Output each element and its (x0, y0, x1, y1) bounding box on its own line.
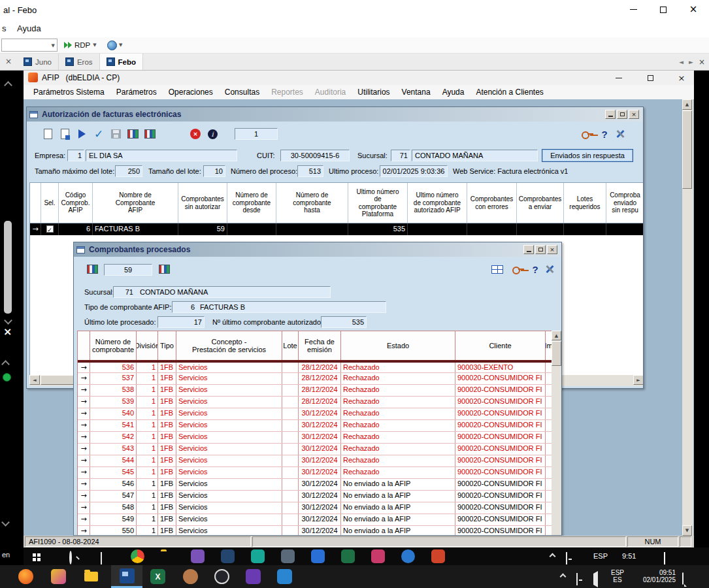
close-button[interactable]: × (547, 245, 557, 254)
scrollbar-thumb[interactable] (682, 110, 692, 189)
help-button[interactable]: ? (597, 127, 612, 141)
table-row[interactable]: →54911FBServicios30/12/2024No enviado a … (78, 514, 552, 526)
pen-app-icon[interactable] (277, 569, 292, 584)
empresa-name-field[interactable]: EL DIA SA (86, 150, 237, 161)
outer-close-button[interactable]: × (682, 0, 704, 19)
firefox-icon[interactable] (18, 569, 33, 584)
table-row[interactable]: →54611FBServicios30/12/2024No enviado a … (78, 479, 552, 491)
window-titlebar[interactable]: Autorización de facturas electrónicas × (27, 107, 643, 122)
sel-checkbox-cell[interactable]: ✓ (41, 223, 59, 235)
info-button[interactable]: i (205, 127, 220, 141)
chevron-down-icon[interactable] (4, 316, 12, 325)
table-row[interactable]: →53611FBServicios28/12/2024Rechazado9000… (78, 361, 552, 373)
scroll-up-button[interactable]: ▲ (552, 331, 561, 340)
scroll-left-button[interactable]: ◄ (29, 375, 40, 385)
menu-item-utilitarios[interactable]: Utilitarios (352, 85, 395, 99)
process-count-field[interactable]: 1 (235, 128, 278, 140)
table-row[interactable]: →54211FBServicios30/12/2024Rechazado9000… (78, 432, 552, 444)
table-row[interactable]: →54511FBServicios30/12/2024Rechazado9000… (78, 467, 552, 479)
file-explorer-button[interactable] (84, 569, 99, 584)
selected-row[interactable]: → ✓ 6 FACTURAS B 59 535 (30, 223, 644, 235)
enviados-sin-respuesta-button[interactable]: Enviados sin respuesta (542, 149, 633, 162)
table-row[interactable]: →53711FBServicios28/12/2024Rechazado9000… (78, 373, 552, 385)
menu-item-consultas[interactable]: Consultas (219, 85, 265, 99)
clock[interactable]: 9:51 (622, 552, 636, 560)
language-indicator[interactable]: ESP ES (608, 569, 627, 583)
confirm-button[interactable]: ✓ (91, 127, 107, 141)
task-view-button[interactable] (101, 553, 102, 564)
minimize-button[interactable] (523, 245, 534, 254)
hidden-icons-chevron[interactable] (550, 553, 556, 560)
chevron-up-icon[interactable] (1, 360, 10, 368)
app-icon-purple[interactable] (246, 569, 261, 584)
minimize-button[interactable] (605, 110, 616, 119)
run-button[interactable] (74, 127, 90, 141)
scroll-up-button[interactable]: ▲ (682, 99, 692, 110)
columns-button[interactable] (125, 127, 140, 141)
menu-item-auditoria[interactable]: Auditoria (309, 85, 352, 99)
cuit-field[interactable]: 30-50009415-6 (280, 150, 350, 161)
tab-febo[interactable]: Febo (100, 54, 143, 70)
obs-icon[interactable] (214, 569, 229, 584)
table-button[interactable] (489, 262, 505, 276)
menu-item-atenci-n-a-clientes[interactable]: Atención a Clientes (470, 85, 549, 99)
properties-button[interactable] (57, 127, 73, 141)
client-vertical-scrollbar[interactable]: ▲ ▼ (682, 99, 693, 536)
table-row[interactable]: →53811FBServicios28/12/2024Rechazado9000… (78, 385, 552, 397)
export-button[interactable] (142, 127, 157, 141)
table-row[interactable]: →53911FBServicios28/12/2024Rechazado9000… (78, 397, 552, 408)
tools-button[interactable] (612, 127, 628, 141)
excel-icon[interactable]: X (150, 569, 165, 584)
menu-partial[interactable]: s (2, 24, 7, 33)
excel-icon[interactable] (341, 549, 355, 563)
browser-icon[interactable] (401, 549, 415, 563)
menu-item-operaciones[interactable]: Operaciones (163, 85, 219, 99)
chevron-up-icon[interactable] (4, 81, 12, 90)
table-row[interactable]: →54811FBServicios30/12/2024No enviado a … (78, 502, 552, 514)
ultimo-autorizado-field[interactable]: 535 (321, 316, 367, 328)
new-button[interactable] (40, 127, 56, 141)
vertical-scrollbar[interactable]: ▲ (552, 331, 562, 536)
action-center-button[interactable] (664, 553, 665, 564)
connection-combobox[interactable]: ▼ (1, 39, 58, 52)
access-button[interactable] (580, 127, 595, 141)
maximize-button[interactable] (617, 110, 627, 119)
sucursal-field[interactable]: 71 CONTADO MAÑANA (113, 286, 331, 298)
ultimo-lote-field[interactable]: 17 (157, 316, 205, 328)
checkbox-checked[interactable]: ✓ (46, 225, 54, 233)
app-icon-red[interactable] (371, 549, 385, 563)
save-button[interactable] (108, 127, 124, 141)
rdp-connect-button[interactable]: RDP ▼ (64, 39, 97, 52)
export-button[interactable] (84, 262, 100, 276)
afip-minimize-button[interactable] (609, 71, 629, 85)
avatar-icon[interactable] (183, 569, 198, 584)
afip-close-button[interactable]: × (672, 71, 691, 85)
strip-scrollbar[interactable] (4, 221, 12, 314)
close-icon[interactable]: × (699, 57, 705, 67)
record-count-field[interactable]: 59 (104, 264, 152, 276)
scrollbar-thumb[interactable] (552, 341, 561, 366)
network-icon[interactable] (566, 553, 567, 564)
remote-desktop-taskbar-button[interactable] (111, 565, 142, 588)
tamano-field[interactable]: 10 (203, 165, 225, 177)
table-row[interactable]: →54411FBServicios30/12/2024Rechazado9000… (78, 455, 552, 467)
app-icon-teal[interactable] (251, 549, 265, 563)
access-button[interactable] (510, 262, 526, 276)
menu-ayuda[interactable]: Ayuda (17, 24, 41, 33)
chrome-icon[interactable] (131, 549, 144, 563)
menu-item-ayuda[interactable]: Ayuda (437, 85, 470, 99)
ultimo-proceso-field[interactable]: 02/01/2025 9:03:36 (380, 165, 448, 177)
menu-item-par-metros[interactable]: Parámetros (110, 85, 163, 99)
help-button[interactable]: ? (527, 262, 543, 276)
tipo-comprobante-field[interactable]: 6 FACTURAS B (172, 301, 386, 313)
scroll-right-button[interactable]: ► (633, 375, 644, 385)
back-icon[interactable]: ◄ (679, 59, 684, 65)
stop-button[interactable]: × (188, 127, 203, 141)
hidden-icons-chevron[interactable] (560, 574, 567, 580)
sucursal-name-field[interactable]: CONTADO MAÑANA (412, 150, 538, 161)
tab-eros[interactable]: Eros (59, 54, 100, 70)
app-icon-blue[interactable] (311, 549, 325, 563)
clock[interactable]: 09:51 02/01/2025 (631, 569, 676, 583)
design-app-icon[interactable] (51, 569, 66, 584)
table-row[interactable]: →54011FBServicios30/12/2024Rechazado9000… (78, 408, 552, 420)
